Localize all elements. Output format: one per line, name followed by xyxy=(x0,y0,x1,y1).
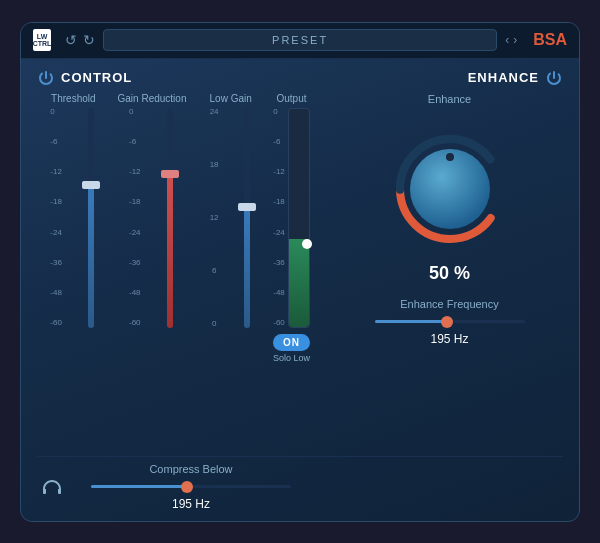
enhance-section: Enhance xyxy=(316,93,563,346)
enhance-header: ENHANCE xyxy=(468,69,563,87)
output-tick-labels: 0 -6 -12 -18 -24 -36 -48 -60 xyxy=(273,108,285,328)
enhance-freq-thumb[interactable] xyxy=(441,316,453,328)
solo-low-button[interactable]: ON xyxy=(273,334,310,351)
low-gain-tick-labels: 24 18 12 6 0 xyxy=(210,108,219,328)
gain-reduction-label: Gain Reduction xyxy=(118,93,187,104)
output-meter-marker xyxy=(302,239,312,249)
enhance-title: ENHANCE xyxy=(468,70,539,85)
compress-below-section: Compress Below 195 Hz xyxy=(67,463,315,511)
control-power-button[interactable] xyxy=(37,69,55,87)
low-gain-fill xyxy=(244,207,250,328)
low-gain-label: Low Gain xyxy=(210,93,252,104)
compress-below-slider[interactable] xyxy=(91,479,291,495)
threshold-tick-labels: 0 -6 -12 -18 -24 -36 -48 -60 xyxy=(50,108,62,328)
threshold-thumb[interactable] xyxy=(82,181,100,189)
header: LW CTRL ↺ ↻ PRESET ‹ › BSA xyxy=(21,23,579,59)
svg-point-8 xyxy=(446,153,454,161)
low-gain-slider-area: 24 18 12 6 0 xyxy=(208,108,254,328)
enhance-freq-value: 195 Hz xyxy=(430,332,468,346)
gain-reduction-slider-container: Gain Reduction 0 -6 -12 -18 -24 -36 -48 … xyxy=(116,93,189,328)
output-meter xyxy=(288,108,310,328)
svg-rect-9 xyxy=(43,489,46,494)
footer-icon-area xyxy=(37,478,67,496)
compress-below-thumb[interactable] xyxy=(181,481,193,493)
threshold-slider-area: 0 -6 -12 -18 -24 -36 -48 -60 xyxy=(48,108,98,328)
headphone-icon xyxy=(41,478,63,496)
threshold-track[interactable] xyxy=(88,108,94,328)
enhance-knob-svg xyxy=(390,129,510,249)
gain-reduction-thumb[interactable] xyxy=(161,170,179,178)
control-header: CONTROL xyxy=(37,69,468,87)
gain-reduction-slider-area: 0 -6 -12 -18 -24 -36 -48 -60 xyxy=(127,108,177,328)
threshold-slider-container: Threshold 0 -6 -12 -18 -24 -36 -48 -60 xyxy=(37,93,110,328)
redo-button[interactable]: ↻ xyxy=(83,32,95,48)
enhance-power-button[interactable] xyxy=(545,69,563,87)
svg-rect-10 xyxy=(58,489,61,494)
gain-reduction-fill xyxy=(167,174,173,328)
sliders-group: Threshold 0 -6 -12 -18 -24 -36 -48 -60 xyxy=(37,93,267,328)
output-section: Output 0 -6 -12 -18 -24 -36 -48 -60 xyxy=(273,93,310,363)
solo-low-label: Solo Low xyxy=(273,353,310,363)
bottom-controls: Compress Below 195 Hz xyxy=(37,456,563,511)
undo-button[interactable]: ↺ xyxy=(65,32,77,48)
enhance-knob-label: Enhance xyxy=(428,93,471,105)
enhance-value: 50 % xyxy=(429,263,470,284)
gain-reduction-track[interactable] xyxy=(167,108,173,328)
middle-area: Threshold 0 -6 -12 -18 -24 -36 -48 -60 xyxy=(37,93,563,446)
section-headers: CONTROL ENHANCE xyxy=(37,69,563,87)
plugin-window: LW CTRL ↺ ↻ PRESET ‹ › BSA xyxy=(20,22,580,522)
control-title: CONTROL xyxy=(61,70,132,85)
low-gain-track[interactable] xyxy=(244,108,250,328)
logo: LW CTRL xyxy=(33,29,51,51)
nav-prev-button[interactable]: ‹ xyxy=(505,33,509,47)
gain-reduction-tick-labels: 0 -6 -12 -18 -24 -36 -48 -60 xyxy=(129,108,141,328)
threshold-label: Threshold xyxy=(51,93,95,104)
main-content: CONTROL ENHANCE Threshold 0 xyxy=(21,59,579,521)
enhance-freq-slider[interactable] xyxy=(375,314,525,330)
enhance-knob[interactable] xyxy=(390,129,510,249)
compress-below-label: Compress Below xyxy=(149,463,232,475)
header-controls: ↺ ↻ xyxy=(65,32,95,48)
enhance-freq-label: Enhance Frequency xyxy=(400,298,498,310)
logo-icon: LW CTRL xyxy=(33,29,51,51)
bsa-logo: BSA xyxy=(533,31,567,49)
header-nav: ‹ › xyxy=(505,33,517,47)
nav-next-button[interactable]: › xyxy=(513,33,517,47)
output-label: Output xyxy=(277,93,307,104)
compress-below-value: 195 Hz xyxy=(172,497,210,511)
threshold-fill xyxy=(88,185,94,328)
output-meter-wrapper: 0 -6 -12 -18 -24 -36 -48 -60 xyxy=(273,108,310,328)
preset-bar[interactable]: PRESET xyxy=(103,29,497,51)
enhance-freq-section: Enhance Frequency 195 Hz xyxy=(336,298,563,346)
low-gain-thumb[interactable] xyxy=(238,203,256,211)
output-meter-fill xyxy=(289,239,309,326)
low-gain-slider-container: Low Gain 24 18 12 6 0 xyxy=(194,93,267,328)
